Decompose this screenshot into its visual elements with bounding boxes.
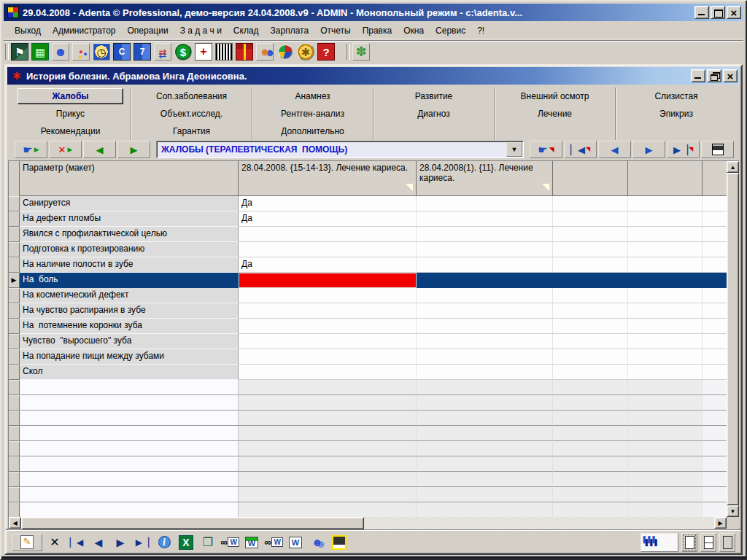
param-cell[interactable]: На потемнение коронки зуба xyxy=(20,319,239,334)
value-cell[interactable] xyxy=(703,349,727,365)
row-indicator[interactable] xyxy=(9,257,20,273)
row-indicator[interactable] xyxy=(9,227,20,242)
value-cell[interactable] xyxy=(628,502,703,517)
prev-template-button[interactable] xyxy=(83,141,116,158)
param-cell[interactable]: На наличие полости в зубе xyxy=(20,257,239,273)
value-cell[interactable] xyxy=(417,288,553,303)
menu-item-4[interactable]: Склад xyxy=(228,23,264,38)
value-cell[interactable] xyxy=(417,395,553,411)
table-row[interactable]: На дефект пломбыДа xyxy=(9,211,727,227)
tab-эпикриз[interactable]: Эпикриз xyxy=(616,105,737,122)
tab-развитие[interactable]: Развитие xyxy=(374,88,495,105)
value-cell[interactable] xyxy=(239,319,417,334)
apply-template-button[interactable] xyxy=(15,141,47,158)
value-cell[interactable] xyxy=(553,426,628,441)
value-cell[interactable] xyxy=(628,211,703,227)
prev-record-button[interactable] xyxy=(89,534,108,551)
value-cell[interactable] xyxy=(239,411,417,426)
money-icon[interactable]: $ xyxy=(174,43,192,61)
value-cell[interactable] xyxy=(628,303,703,319)
tab-гарантия[interactable]: Гарантия xyxy=(131,122,252,140)
value-cell[interactable] xyxy=(239,487,417,502)
value-cell[interactable] xyxy=(239,334,417,349)
value-cell[interactable] xyxy=(628,319,703,334)
menu-item-5[interactable]: Зарплата xyxy=(266,23,314,38)
value-cell[interactable]: Да xyxy=(239,257,417,273)
gift-icon[interactable] xyxy=(236,43,253,61)
value-cell[interactable] xyxy=(628,456,703,472)
tab-слизистая[interactable]: Слизистая xyxy=(616,88,737,105)
value-cell[interactable] xyxy=(553,273,628,288)
row-indicator[interactable] xyxy=(9,395,20,411)
param-cell[interactable] xyxy=(20,411,239,426)
table-row[interactable]: СанируетсяДа xyxy=(9,196,727,211)
vertical-scrollbar[interactable]: ▲ ▼ xyxy=(727,161,739,517)
apply-visit-button[interactable] xyxy=(530,141,562,158)
value-cell[interactable] xyxy=(239,227,417,242)
checkered-flag-icon[interactable]: ⚑ xyxy=(11,43,28,61)
empty-row[interactable] xyxy=(9,472,727,487)
value-cell[interactable] xyxy=(628,257,703,273)
param-cell[interactable] xyxy=(20,395,239,411)
value-cell[interactable] xyxy=(703,472,727,487)
value-cell[interactable] xyxy=(553,319,628,334)
param-cell[interactable] xyxy=(20,487,239,502)
tab-прикус[interactable]: Прикус xyxy=(10,105,131,122)
value-cell[interactable] xyxy=(239,303,417,319)
value-cell[interactable] xyxy=(703,334,727,349)
clock-icon[interactable]: ◷ xyxy=(93,43,110,61)
grid-column-header-1[interactable]: 28.04.2008. {15-14-13}. Лечение кариеса. xyxy=(239,161,417,196)
value-cell[interactable] xyxy=(628,380,703,395)
value-cell[interactable] xyxy=(553,303,628,319)
first-visit-button[interactable] xyxy=(564,141,597,158)
param-cell[interactable]: Явился с профилактической целью xyxy=(20,227,239,242)
value-cell[interactable] xyxy=(703,380,727,395)
value-cell[interactable] xyxy=(417,487,553,502)
tab-жалобы[interactable]: Жалобы xyxy=(10,88,131,105)
value-cell[interactable] xyxy=(553,365,628,380)
value-cell[interactable] xyxy=(553,227,628,242)
empty-row[interactable] xyxy=(9,380,727,395)
layout-single-button[interactable] xyxy=(681,533,697,552)
table-row[interactable]: На чувство распирания в зубе xyxy=(9,303,727,319)
next-record-button[interactable] xyxy=(111,534,130,551)
tab-дополнительно[interactable]: Дополнительно xyxy=(252,122,374,140)
value-cell[interactable] xyxy=(703,257,727,273)
table-row[interactable]: На потемнение коронки зуба xyxy=(9,319,727,334)
template-combobox[interactable]: ЖАЛОБЫ (ТЕРАПЕВТИЧЕСКАЯ ПОМОЩЬ)▼ xyxy=(156,141,524,158)
menu-item-6[interactable]: Отчеты xyxy=(315,23,355,38)
child-close-button[interactable] xyxy=(723,69,738,82)
value-cell[interactable] xyxy=(417,441,553,456)
param-cell[interactable]: На дефект пломбы xyxy=(20,211,239,227)
value-cell[interactable] xyxy=(553,411,628,426)
menu-item-1[interactable]: Администратор xyxy=(47,23,121,38)
save-card-button[interactable] xyxy=(330,534,349,551)
value-cell[interactable] xyxy=(417,472,553,487)
scroll-up-icon[interactable]: ▲ xyxy=(727,161,739,173)
row-indicator[interactable] xyxy=(9,472,20,487)
transfer-arrows-icon[interactable]: ⇄ xyxy=(154,43,171,61)
param-cell[interactable] xyxy=(20,502,239,517)
table-row[interactable]: Подготовка к протезированию xyxy=(9,242,727,257)
value-cell[interactable] xyxy=(239,349,417,365)
row-indicator[interactable] xyxy=(9,411,20,426)
info-button[interactable] xyxy=(155,534,174,551)
value-cell[interactable] xyxy=(553,196,628,211)
pie-chart-icon[interactable] xyxy=(278,44,293,59)
child-restore-button[interactable] xyxy=(707,69,721,82)
table-row[interactable]: На наличие полости в зубеДа xyxy=(9,257,727,273)
chevron-down-icon[interactable]: ▼ xyxy=(506,142,522,157)
calendar-c-icon[interactable]: C xyxy=(113,43,131,61)
prev-visit-button[interactable] xyxy=(598,141,631,158)
value-cell[interactable] xyxy=(628,441,703,456)
horizontal-scroll-thumb[interactable] xyxy=(21,517,364,529)
value-cell[interactable] xyxy=(628,273,703,288)
scroll-left-icon[interactable]: ◀ xyxy=(9,517,21,529)
value-cell[interactable] xyxy=(417,227,553,242)
value-cell[interactable] xyxy=(703,365,727,380)
layout-split-button[interactable] xyxy=(700,533,716,552)
excel-export-button[interactable] xyxy=(177,534,196,551)
menu-item-9[interactable]: Сервис xyxy=(430,23,471,38)
value-cell[interactable] xyxy=(239,242,417,257)
param-cell[interactable]: Скол xyxy=(20,365,239,380)
